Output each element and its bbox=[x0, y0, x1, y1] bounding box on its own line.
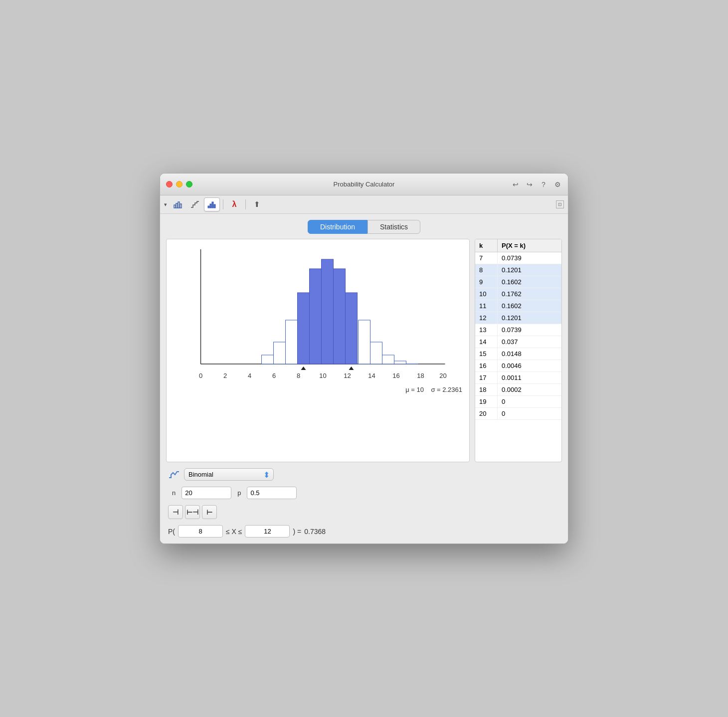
table-row: 170.0011 bbox=[475, 372, 561, 384]
mu-value: μ = 10 bbox=[405, 386, 424, 393]
cell-k: 19 bbox=[475, 396, 498, 407]
table-row: 180.0002 bbox=[475, 384, 561, 396]
toolbar: ▾ λ ⬆ ⊡ bbox=[160, 195, 568, 214]
lambda-button[interactable]: λ bbox=[226, 197, 242, 211]
cell-k: 7 bbox=[475, 252, 498, 264]
svg-rect-0 bbox=[174, 205, 176, 208]
close-button[interactable] bbox=[166, 181, 173, 187]
content-area: Distribution Statistics bbox=[160, 214, 568, 543]
cell-px: 0.1201 bbox=[498, 312, 561, 324]
svg-text:4: 4 bbox=[248, 372, 251, 379]
svg-text:8: 8 bbox=[297, 372, 300, 379]
prob-end-label: ) = bbox=[293, 528, 301, 536]
redo-button[interactable]: ↪ bbox=[524, 179, 535, 190]
cell-px: 0.0002 bbox=[498, 384, 561, 395]
svg-text:16: 16 bbox=[392, 372, 399, 379]
cell-px: 0.0739 bbox=[498, 324, 561, 336]
cell-px: 0.1201 bbox=[498, 264, 561, 276]
cell-k: 18 bbox=[475, 384, 498, 395]
svg-rect-13 bbox=[359, 320, 370, 364]
left-tail-button[interactable]: ⊢ bbox=[202, 505, 217, 519]
svg-rect-21 bbox=[334, 269, 346, 364]
table-row: 150.0148 bbox=[475, 348, 561, 360]
svg-rect-5 bbox=[210, 204, 211, 208]
settings-button[interactable]: ⚙ bbox=[552, 179, 563, 190]
histogram-button[interactable] bbox=[204, 197, 220, 211]
maximize-button[interactable] bbox=[186, 181, 192, 187]
svg-rect-19 bbox=[310, 269, 322, 364]
svg-text:18: 18 bbox=[417, 372, 424, 379]
undo-button[interactable]: ↩ bbox=[510, 179, 521, 190]
cell-k: 17 bbox=[475, 372, 498, 383]
svg-text:12: 12 bbox=[344, 372, 351, 379]
cell-k: 9 bbox=[475, 276, 498, 288]
table-header: k P(X = k) bbox=[475, 239, 561, 252]
svg-text:2: 2 bbox=[223, 372, 227, 379]
svg-marker-23 bbox=[301, 366, 306, 370]
svg-rect-1 bbox=[176, 203, 178, 208]
bar-chart-button[interactable] bbox=[170, 197, 186, 211]
toolbar-separator-2 bbox=[245, 199, 246, 209]
cell-k: 16 bbox=[475, 360, 498, 371]
cell-k: 11 bbox=[475, 300, 498, 312]
main-area: 0 2 4 6 8 10 12 14 16 18 20 μ = 10 bbox=[166, 239, 562, 462]
svg-text:14: 14 bbox=[368, 372, 375, 379]
svg-marker-24 bbox=[349, 366, 354, 370]
tab-distribution[interactable]: Distribution bbox=[308, 220, 367, 234]
svg-text:0: 0 bbox=[199, 372, 202, 379]
prob-lower-input[interactable] bbox=[178, 525, 223, 538]
minimize-button[interactable] bbox=[176, 181, 182, 187]
prob-result-value: 0.7368 bbox=[304, 528, 326, 536]
cell-px: 0.0011 bbox=[498, 372, 561, 383]
step-chart-button[interactable] bbox=[187, 197, 203, 211]
cell-k: 12 bbox=[475, 312, 498, 324]
toolbar-dropdown-arrow[interactable]: ▾ bbox=[164, 201, 167, 208]
svg-text:20: 20 bbox=[439, 372, 446, 379]
table-row: 100.1762 bbox=[475, 288, 561, 300]
probability-buttons: ⊣ ⊢⊣ ⊢ bbox=[168, 505, 560, 519]
probability-row: P( ≤ X ≤ ) = 0.7368 bbox=[168, 525, 560, 538]
title-bar: Probability Calculator ↩ ↪ ? ⚙ bbox=[160, 174, 568, 195]
right-tail-button[interactable]: ⊣ bbox=[168, 505, 183, 519]
cell-px: 0.1762 bbox=[498, 288, 561, 300]
chart-area: 0 2 4 6 8 10 12 14 16 18 20 bbox=[172, 244, 464, 384]
svg-rect-16 bbox=[394, 361, 406, 364]
table-body[interactable]: 70.073980.120190.1602100.1762110.1602120… bbox=[475, 252, 561, 462]
cell-px: 0.037 bbox=[498, 336, 561, 348]
p-input[interactable] bbox=[247, 487, 297, 499]
n-input[interactable] bbox=[182, 487, 231, 499]
svg-rect-15 bbox=[382, 355, 394, 364]
export-button[interactable]: ⬆ bbox=[249, 197, 265, 211]
mu-sigma-display: μ = 10 σ = 2.2361 bbox=[172, 384, 464, 393]
svg-text:10: 10 bbox=[319, 372, 326, 379]
svg-rect-12 bbox=[286, 320, 298, 364]
svg-rect-20 bbox=[322, 259, 334, 364]
toolbar-right-spacer: ⊡ bbox=[556, 200, 564, 208]
cell-px: 0.0739 bbox=[498, 252, 561, 264]
table-row: 190 bbox=[475, 396, 561, 408]
application-window: Probability Calculator ↩ ↪ ? ⚙ ▾ bbox=[160, 173, 568, 544]
cell-px: 0 bbox=[498, 396, 561, 407]
sigma-value: σ = 2.2361 bbox=[431, 386, 462, 393]
controls-area: Binomial Normal Poisson ⬍ n p ⊣ ⊢⊣ ⊢ bbox=[166, 468, 562, 538]
tab-statistics[interactable]: Statistics bbox=[367, 220, 420, 234]
distribution-select[interactable]: Binomial Normal Poisson bbox=[184, 468, 274, 481]
table-row: 70.0739 bbox=[475, 252, 561, 264]
distribution-icon bbox=[168, 469, 180, 481]
window-title: Probability Calculator bbox=[334, 180, 395, 188]
probability-table: k P(X = k) 70.073980.120190.1602100.1762… bbox=[475, 239, 562, 462]
table-row: 80.1201 bbox=[475, 264, 561, 276]
help-button[interactable]: ? bbox=[538, 179, 549, 190]
table-row: 140.037 bbox=[475, 336, 561, 348]
svg-rect-18 bbox=[298, 293, 310, 364]
histogram-svg: 0 2 4 6 8 10 12 14 16 18 20 bbox=[172, 244, 464, 384]
prob-upper-input[interactable] bbox=[245, 525, 290, 538]
svg-rect-3 bbox=[180, 204, 182, 208]
svg-rect-10 bbox=[262, 355, 274, 364]
svg-rect-14 bbox=[370, 342, 382, 364]
cell-px: 0 bbox=[498, 408, 561, 419]
toolbar-separator-1 bbox=[223, 199, 223, 209]
two-tail-button[interactable]: ⊢⊣ bbox=[185, 505, 200, 519]
svg-rect-2 bbox=[178, 202, 180, 208]
cell-k: 14 bbox=[475, 336, 498, 348]
